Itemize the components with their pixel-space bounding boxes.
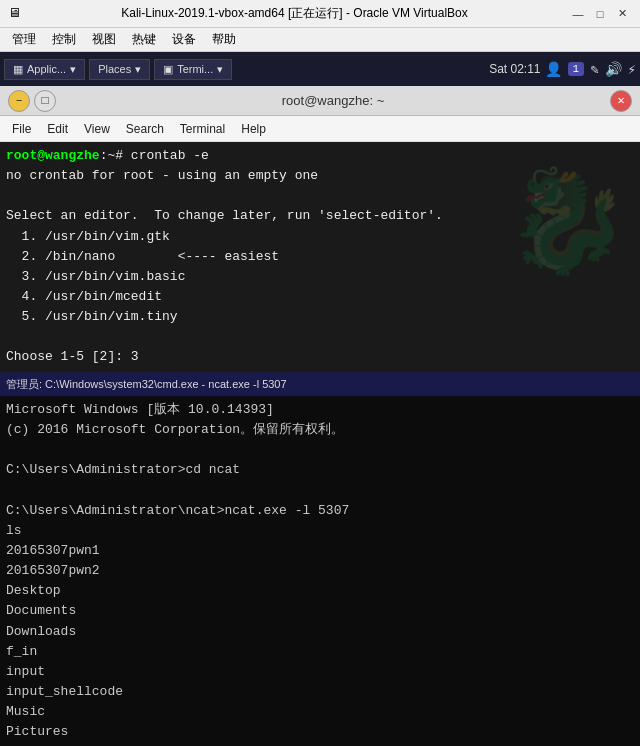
vbox-menu-manage[interactable]: 管理 — [4, 29, 44, 50]
vm-content: ▦ Applic... ▾ Places ▾ ▣ Termi... ▾ Sat … — [0, 52, 640, 746]
taskbar-places-button[interactable]: Places ▾ — [89, 59, 150, 80]
vbox-title: Kali-Linux-2019.1-vbox-amd64 [正在运行] - Or… — [21, 5, 568, 22]
vbox-menu-help[interactable]: 帮助 — [204, 29, 244, 50]
applic-icon: ▦ — [13, 63, 23, 76]
terminal-maximize-button[interactable]: □ — [34, 90, 56, 112]
cmd-line-16: Music — [6, 702, 634, 722]
pen-icon: ✎ — [590, 61, 598, 78]
cmd-line-2: (c) 2016 Microsoft Corporation。保留所有权利。 — [6, 420, 634, 440]
cmd-line-9: 20165307pwn2 — [6, 561, 634, 581]
kali-line-8: 4. /usr/bin/mcedit — [6, 287, 634, 307]
taskbar-right-icons: 👤 1 ✎ 🔊 ⚡ — [545, 61, 636, 78]
taskbar-clock: Sat 02:11 — [489, 62, 540, 76]
vbox-menu-hotkey[interactable]: 热键 — [124, 29, 164, 50]
taskbar-terminal-label: Termi... — [177, 63, 213, 75]
vbox-maximize-button[interactable]: □ — [590, 4, 610, 24]
cmd-line-11: Documents — [6, 601, 634, 621]
terminal-minimize-button[interactable]: – — [8, 90, 30, 112]
places-chevron-icon: ▾ — [135, 63, 141, 76]
cmd-terminal[interactable]: Microsoft Windows [版本 10.0.14393] (c) 20… — [0, 396, 640, 746]
cmd-line-6: C:\Users\Administrator\ncat>ncat.exe -l … — [6, 501, 634, 521]
cmd-line-13: f_in — [6, 642, 634, 662]
taskbar-places-label: Places — [98, 63, 131, 75]
user-icon: 👤 — [545, 61, 562, 78]
cmd-line-15: input_shellcode — [6, 682, 634, 702]
terminal-close-button[interactable]: ✕ — [610, 90, 632, 112]
vbox-menu-view[interactable]: 视图 — [84, 29, 124, 50]
sound-icon: 🔊 — [605, 61, 622, 78]
terminal-menu-edit[interactable]: Edit — [39, 120, 76, 138]
vbox-menu-control[interactable]: 控制 — [44, 29, 84, 50]
kali-line-3 — [6, 186, 634, 206]
cmd-line-14: input — [6, 662, 634, 682]
terminal-menu-search[interactable]: Search — [118, 120, 172, 138]
kali-line-7: 3. /usr/bin/vim.basic — [6, 267, 634, 287]
terminal-menu-file[interactable]: File — [4, 120, 39, 138]
kali-line-4: Select an editor. To change later, run '… — [6, 206, 634, 226]
kali-line-5: 1. /usr/bin/vim.gtk — [6, 227, 634, 247]
terminal-menu-help[interactable]: Help — [233, 120, 274, 138]
terminal-chevron-icon: ▾ — [217, 63, 223, 76]
cmd-line-10: Desktop — [6, 581, 634, 601]
vbox-titlebar: 🖥 Kali-Linux-2019.1-vbox-amd64 [正在运行] - … — [0, 0, 640, 28]
terminal-menubar: File Edit View Search Terminal Help — [0, 116, 640, 142]
virtualbox-window: 🖥 Kali-Linux-2019.1-vbox-amd64 [正在运行] - … — [0, 0, 640, 746]
terminal-window-controls: – □ — [8, 90, 56, 112]
workspace-badge[interactable]: 1 — [568, 62, 585, 76]
cmd-line-8: 20165307pwn1 — [6, 541, 634, 561]
vbox-menubar: 管理 控制 视图 热键 设备 帮助 — [0, 28, 640, 52]
kali-line-2: no crontab for root - using an empty one — [6, 166, 634, 186]
vbox-close-button[interactable]: ✕ — [612, 4, 632, 24]
cmd-line-4: C:\Users\Administrator>cd ncat — [6, 460, 634, 480]
terminal-menu-view[interactable]: View — [76, 120, 118, 138]
terminal-menu-terminal[interactable]: Terminal — [172, 120, 233, 138]
kali-line-9: 5. /usr/bin/vim.tiny — [6, 307, 634, 327]
vbox-window-controls: — □ ✕ — [568, 4, 632, 24]
cmd-title-text: 管理员: C:\Windows\system32\cmd.exe - ncat.… — [6, 377, 287, 392]
terminal-small-icon: ▣ — [163, 63, 173, 76]
vbox-minimize-button[interactable]: — — [568, 4, 588, 24]
cmd-line-7: ls — [6, 521, 634, 541]
kali-terminal[interactable]: 🐉 root@wangzhe:~# crontab -e no crontab … — [0, 142, 640, 372]
cmd-line-17: Pictures — [6, 722, 634, 742]
taskbar-terminal-button[interactable]: ▣ Termi... ▾ — [154, 59, 232, 80]
applic-chevron-icon: ▾ — [70, 63, 76, 76]
kali-line-1: root@wangzhe:~# crontab -e — [6, 146, 634, 166]
power-icon: ⚡ — [628, 61, 636, 78]
kali-line-12: crontab: installing new crontab — [6, 368, 634, 372]
kali-line-11: Choose 1-5 [2]: 3 — [6, 347, 634, 367]
cmd-line-5 — [6, 481, 634, 501]
vm-taskbar: ▦ Applic... ▾ Places ▾ ▣ Termi... ▾ Sat … — [0, 52, 640, 86]
terminal-content: 🐉 root@wangzhe:~# crontab -e no crontab … — [0, 142, 640, 746]
cmd-line-18: Public — [6, 742, 634, 746]
cmd-line-1: Microsoft Windows [版本 10.0.14393] — [6, 400, 634, 420]
taskbar-applic-label: Applic... — [27, 63, 66, 75]
taskbar-applic-button[interactable]: ▦ Applic... ▾ — [4, 59, 85, 80]
cmd-titlebar: 管理员: C:\Windows\system32\cmd.exe - ncat.… — [0, 372, 640, 396]
terminal-titlebar: – □ root@wangzhe: ~ ✕ — [0, 86, 640, 116]
terminal-title: root@wangzhe: ~ — [56, 93, 610, 108]
terminal-close-controls: ✕ — [610, 90, 632, 112]
kali-line-10 — [6, 327, 634, 347]
cmd-line-3 — [6, 440, 634, 460]
vbox-menu-device[interactable]: 设备 — [164, 29, 204, 50]
cmd-line-12: Downloads — [6, 622, 634, 642]
kali-line-6: 2. /bin/nano <---- easiest — [6, 247, 634, 267]
